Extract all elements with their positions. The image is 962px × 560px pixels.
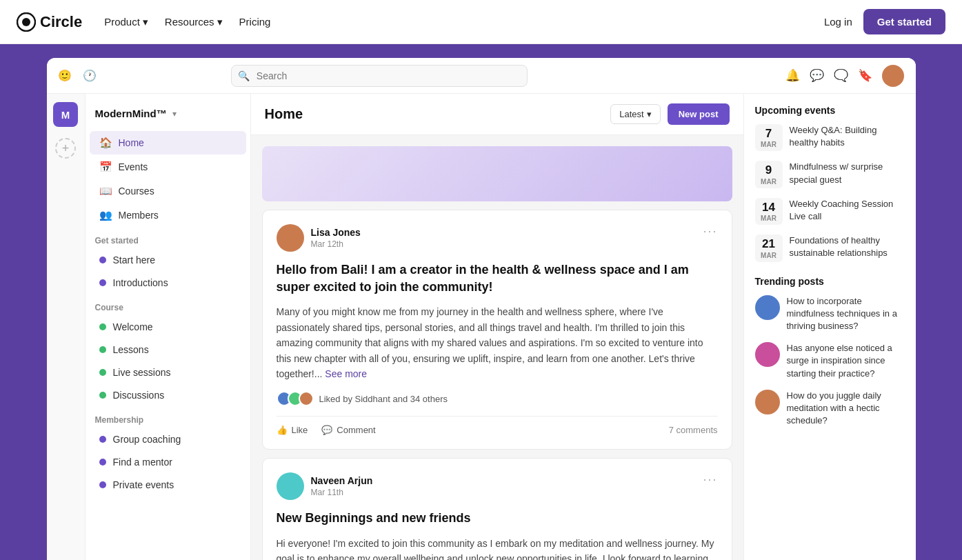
add-community-button[interactable]: +	[55, 138, 76, 159]
top-nav: Circle Product ▾ Resources ▾ Pricing Log…	[0, 0, 962, 44]
like-button[interactable]: 👍 Like	[277, 425, 308, 435]
start-here-dot	[99, 257, 106, 263]
sidebar-item-courses[interactable]: 📖 Courses	[90, 179, 246, 203]
post-title: New Beginnings and new friends	[277, 510, 718, 527]
community-header[interactable]: ModernMind™ ▾	[86, 102, 250, 130]
chat-icon[interactable]: 💬	[810, 68, 824, 83]
post-author: Lisa Jones Mar 12th	[277, 224, 361, 252]
trending-item: Has anyone else noticed a surge in inspi…	[755, 342, 905, 380]
members-icon: 👥	[99, 209, 112, 221]
login-button[interactable]: Log in	[824, 16, 852, 28]
event-date-box: 9 MAR	[755, 161, 783, 188]
event-item: 21 MAR Foundations of healthy sustainabl…	[755, 234, 905, 261]
members-label: Members	[119, 210, 159, 221]
group-coaching-label: Group coaching	[113, 434, 181, 445]
nav-resources[interactable]: Resources ▾	[165, 16, 223, 28]
sidebar-item-lessons[interactable]: Lessons	[90, 339, 246, 361]
sidebar-item-find-mentor[interactable]: Find a mentor	[90, 451, 246, 473]
comment-icon: 💬	[321, 425, 332, 435]
nav-links: Product ▾ Resources ▾ Pricing	[104, 16, 270, 28]
lessons-dot	[99, 346, 106, 353]
post-menu-button[interactable]: ···	[703, 224, 717, 239]
author-avatar[interactable]	[277, 472, 304, 500]
get-started-button[interactable]: Get started	[863, 9, 945, 34]
main-header: Home Latest ▾ New post	[251, 94, 743, 135]
lessons-label: Lessons	[113, 344, 149, 355]
bookmark-icon[interactable]: 🔖	[858, 68, 872, 83]
comment-button[interactable]: 💬 Comment	[321, 425, 375, 435]
topbar-right-icons: 🔔 💬 🗨️ 🔖	[785, 65, 904, 87]
app-window: 🙂 🕐 🔍 🔔 💬 🗨️ 🔖 M	[47, 58, 916, 560]
app-body: M + ModernMind™ ▾ 🏠 Home 📅 Event	[47, 94, 916, 560]
logo[interactable]: Circle	[17, 12, 82, 32]
author-avatar[interactable]	[277, 224, 304, 252]
sidebar-item-discussions[interactable]: Discussions	[90, 384, 246, 406]
post-author: Naveen Arjun Mar 11th	[277, 472, 373, 500]
banner	[262, 146, 732, 201]
community-icon[interactable]: M	[53, 102, 78, 127]
sidebar-item-live-sessions[interactable]: Live sessions	[90, 361, 246, 383]
post-date: Mar 11th	[311, 488, 373, 497]
clock-icon[interactable]: 🕐	[83, 69, 97, 82]
membership-section: Membership	[86, 407, 250, 428]
user-avatar[interactable]	[882, 65, 904, 87]
event-title[interactable]: Weekly Q&A: Building healthy habits	[790, 124, 905, 151]
chevron-down-icon: ▾	[143, 16, 148, 28]
bell-icon[interactable]: 🔔	[785, 68, 800, 83]
app-container: 🙂 🕐 🔍 🔔 💬 🗨️ 🔖 M	[0, 44, 962, 560]
author-name: Lisa Jones	[311, 227, 361, 238]
see-more-link[interactable]: See more	[325, 368, 367, 379]
search-input[interactable]	[231, 65, 528, 87]
author-info: Naveen Arjun Mar 11th	[311, 475, 373, 497]
start-here-label: Start here	[113, 254, 155, 266]
sidebar-item-welcome[interactable]: Welcome	[90, 316, 246, 338]
group-coaching-dot	[99, 436, 106, 443]
event-day: 9	[759, 163, 779, 177]
latest-label: Latest	[619, 109, 643, 119]
svg-point-1	[22, 18, 30, 26]
trending-avatar	[755, 342, 780, 367]
post-menu-button[interactable]: ···	[703, 472, 717, 487]
nav-product[interactable]: Product ▾	[104, 16, 148, 28]
post-header: Naveen Arjun Mar 11th ···	[277, 472, 718, 500]
latest-filter-button[interactable]: Latest ▾	[610, 104, 660, 124]
home-label: Home	[119, 137, 144, 148]
courses-icon: 📖	[99, 185, 112, 197]
like-avatar	[299, 391, 314, 406]
introductions-label: Introductions	[113, 277, 168, 288]
private-events-label: Private events	[113, 479, 174, 490]
chevron-down-icon: ▾	[217, 16, 223, 28]
sidebar-item-introductions[interactable]: Introductions	[90, 272, 246, 294]
author-info: Lisa Jones Mar 12th	[311, 227, 361, 249]
event-month: MAR	[759, 252, 779, 259]
live-sessions-label: Live sessions	[113, 367, 171, 378]
new-post-button[interactable]: New post	[668, 103, 730, 125]
post-likes: Liked by Siddhant and 34 others	[277, 391, 718, 406]
left-nav: ModernMind™ ▾ 🏠 Home 📅 Events 📖 Courses	[86, 94, 251, 560]
sidebar-item-start-here[interactable]: Start here	[90, 249, 246, 271]
emoji-icon[interactable]: 🙂	[58, 69, 72, 82]
private-events-dot	[99, 481, 106, 488]
sidebar-item-events[interactable]: 📅 Events	[90, 155, 246, 179]
event-date-box: 21 MAR	[755, 234, 783, 261]
trending-text[interactable]: How do you juggle daily meditation with …	[787, 390, 905, 428]
sidebar-item-private-events[interactable]: Private events	[90, 474, 246, 496]
event-month: MAR	[759, 178, 779, 186]
trending-text[interactable]: How to incorporate mindfulness technique…	[787, 295, 905, 333]
sidebar-item-home[interactable]: 🏠 Home	[90, 131, 246, 154]
find-mentor-label: Find a mentor	[113, 457, 172, 468]
event-title[interactable]: Mindfulness w/ surprise special guest	[790, 161, 905, 188]
post-card: Naveen Arjun Mar 11th ··· New Beginnings…	[262, 458, 732, 560]
event-title[interactable]: Foundations of healthy sustainable relat…	[790, 234, 905, 261]
get-started-section: Get started	[86, 228, 250, 248]
nav-pricing[interactable]: Pricing	[239, 16, 271, 28]
sidebar-item-group-coaching[interactable]: Group coaching	[90, 428, 246, 450]
like-label: Like	[292, 425, 308, 435]
likes-text: Liked by Siddhant and 34 others	[319, 394, 448, 404]
message-icon[interactable]: 🗨️	[834, 68, 848, 83]
right-sidebar: Upcoming events 7 MAR Weekly Q&A: Buildi…	[743, 94, 916, 560]
sidebar-item-members[interactable]: 👥 Members	[90, 203, 246, 227]
event-title[interactable]: Weekly Coaching Session Live call	[790, 198, 905, 225]
trending-text[interactable]: Has anyone else noticed a surge in inspi…	[787, 342, 905, 380]
post-date: Mar 12th	[311, 239, 361, 249]
